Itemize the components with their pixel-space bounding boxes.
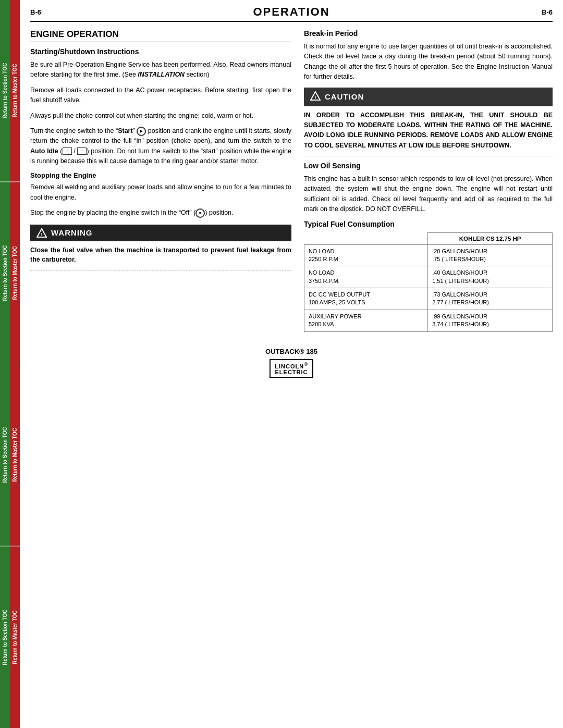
brand-tagline: ELECTRIC <box>275 369 308 375</box>
starting-shutdown-title: Starting/Shutdown Instructions <box>30 47 291 56</box>
page-footer: OUTBACK® 185 LINCOLN® ELECTRIC <box>30 348 553 378</box>
fuel-row-value-0: .20 GALLONS/HOUR.75 ( LITERS/HOUR) <box>428 244 553 266</box>
table-row: NO LOAD.2250 R.P.M .20 GALLONS/HOUR.75 (… <box>304 244 552 266</box>
break-in-para: It is normal for any engine to use large… <box>304 42 553 82</box>
page-number-right: B-6 <box>542 8 553 16</box>
caution-box: ! CAUTION <box>304 88 553 106</box>
side-tab-master-toc-3[interactable]: Return to Master TOC <box>10 364 20 546</box>
left-column: ENGINE OPERATION Starting/Shutdown Instr… <box>30 29 291 332</box>
page-title: OPERATION <box>253 5 329 19</box>
side-tabs: Return to Section TOC Return to Master T… <box>0 0 20 728</box>
engine-operation-title: ENGINE OPERATION <box>30 29 291 42</box>
product-name: OUTBACK® 185 <box>30 348 553 355</box>
fuel-row-label-2: DC CC WELD OUTPUT100 AMPS, 25 VOLTS <box>304 288 427 310</box>
fuel-row-value-2: .73 GALLONS/HOUR2.77 ( LITERS/HOUR) <box>428 288 553 310</box>
side-tab-section-toc-4[interactable]: Return to Section TOC <box>0 547 10 729</box>
fuel-consumption-title: Typical Fuel Consumption <box>304 220 553 228</box>
para-loads: Remove all loads connected to the AC pow… <box>30 85 291 106</box>
main-content: B-6 OPERATION B-6 ENGINE OPERATION Start… <box>20 0 563 728</box>
fuel-row-value-3: .99 GALLONS/HOUR3.74 ( LITERS/HOUR) <box>428 310 553 331</box>
side-tab-section-toc-3[interactable]: Return to Section TOC <box>0 364 10 546</box>
fuel-table-engine-header: KOHLER CS 12.75 HP <box>428 232 553 244</box>
svg-text:!: ! <box>41 232 43 237</box>
caution-triangle-icon: ! <box>310 91 321 103</box>
fuel-table: KOHLER CS 12.75 HP NO LOAD.2250 R.P.M .2… <box>304 232 553 332</box>
side-tab-master-toc-1[interactable]: Return to Master TOC <box>10 0 20 182</box>
warning-title: WARNING <box>51 228 93 237</box>
dashed-divider-caution <box>304 156 553 156</box>
right-column: Break-in Period It is normal for any eng… <box>304 29 553 332</box>
caution-body-text: IN ORDER TO ACCOMPLISH THIS BREAK-IN, TH… <box>304 110 553 151</box>
side-tab-section-toc-1[interactable]: Return to Section TOC <box>0 0 10 182</box>
page-header: B-6 OPERATION B-6 <box>30 5 553 22</box>
fuel-row-label-3: AUXILIARY POWER5200 KVA <box>304 310 427 331</box>
side-tab-section-toc-2[interactable]: Return to Section TOC <box>0 182 10 364</box>
para-preop: Be sure all Pre-Operation Engine Service… <box>30 60 291 80</box>
para-choke: Always pull the choke control out when s… <box>30 111 291 121</box>
warning-body-text: Close the fuel valve when the machine is… <box>30 245 291 265</box>
para-stopping2: Stop the engine by placing the engine sw… <box>30 208 291 218</box>
lincoln-logo: LINCOLN® ELECTRIC <box>270 359 313 378</box>
table-row: AUXILIARY POWER5200 KVA .99 GALLONS/HOUR… <box>304 310 552 331</box>
brand-name: LINCOLN <box>275 363 304 369</box>
table-row: DC CC WELD OUTPUT100 AMPS, 25 VOLTS .73 … <box>304 288 552 310</box>
fuel-table-empty-header <box>304 232 427 244</box>
svg-text:!: ! <box>314 95 316 100</box>
low-oil-title: Low Oil Sensing <box>304 162 553 170</box>
side-tab-master-toc-2[interactable]: Return to Master TOC <box>10 182 20 364</box>
warning-triangle-icon: ! <box>36 228 47 238</box>
para-stopping1: Remove all welding and auxiliary power l… <box>30 182 291 203</box>
fuel-row-label-0: NO LOAD.2250 R.P.M <box>304 244 427 266</box>
warning-box: ! WARNING <box>30 225 291 241</box>
break-in-title: Break-in Period <box>304 29 553 38</box>
caution-title: CAUTION <box>325 92 364 101</box>
low-oil-para: This engine has a built in sensor which … <box>304 174 553 215</box>
stopping-engine-title: Stopping the Engine <box>30 171 291 179</box>
content-columns: ENGINE OPERATION Starting/Shutdown Instr… <box>30 29 553 332</box>
para-start: Turn the engine switch to the “Start” ▶ … <box>30 126 291 167</box>
fuel-row-value-1: .40 GALLONS/HOUR1.51 ( LITERS/HOUR) <box>428 266 553 288</box>
side-tab-master-toc-4[interactable]: Return to Master TOC <box>10 547 20 729</box>
page-number-left: B-6 <box>30 8 41 16</box>
table-row: NO LOAD3750 R.P.M. .40 GALLONS/HOUR1.51 … <box>304 266 552 288</box>
dashed-divider-left <box>30 270 291 270</box>
fuel-row-label-1: NO LOAD3750 R.P.M. <box>304 266 427 288</box>
